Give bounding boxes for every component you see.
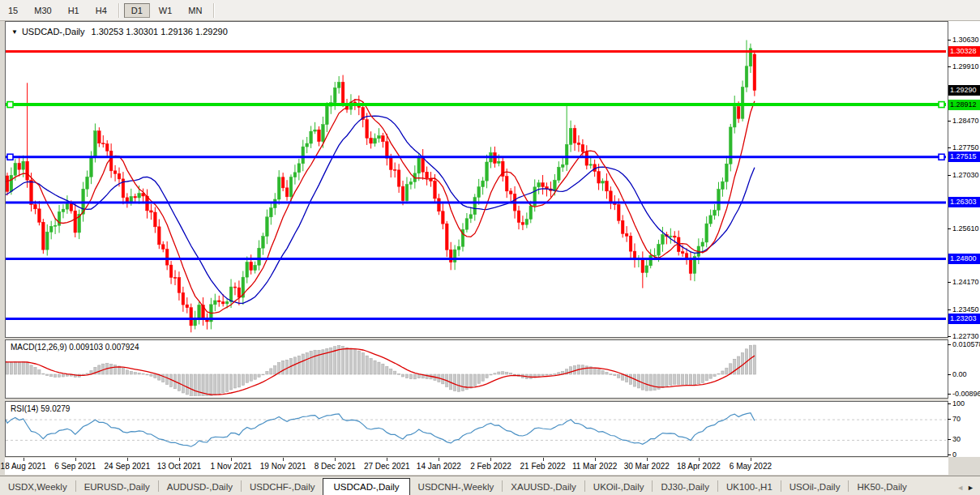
main-chart-panel[interactable]: ▼USDCAD-,Daily1.30253 1.30301 1.29136 1.…: [5, 21, 948, 338]
price-level-label: 1.28912: [948, 100, 980, 110]
price-tick: 1.24170: [952, 278, 979, 286]
price-level-label: 1.26303: [948, 197, 980, 207]
toolbar-separator: [118, 3, 120, 18]
chart-symbol-label: USDCAD-,Daily: [22, 27, 85, 36]
price-tick: 1.28470: [952, 117, 979, 125]
macd-axis-tick: 0.00: [952, 370, 967, 378]
tab-eurusd-daily[interactable]: EURUSD-,Daily: [76, 479, 158, 495]
macd-axis-tick: -0.00896: [952, 390, 980, 398]
chart-title: ▼USDCAD-,Daily1.30253 1.30301 1.29136 1.…: [11, 27, 228, 36]
timeframe-button-M30[interactable]: M30: [27, 3, 58, 18]
hline-handle[interactable]: [7, 154, 13, 160]
date-label: 6 May 2022: [714, 462, 787, 471]
date-tick: [335, 458, 336, 461]
date-tick: [490, 458, 491, 461]
timeframe-button-MN[interactable]: MN: [181, 3, 209, 18]
hline-handle[interactable]: [939, 102, 944, 108]
timeframe-button-D1[interactable]: D1: [124, 3, 150, 18]
tab-scroll-arrows: ◄►: [956, 484, 978, 492]
macd-panel[interactable]: MACD(12,26,9) 0.009103 0.007924: [5, 339, 948, 399]
price-level-label: 1.30328: [948, 46, 980, 57]
date-tick: [283, 458, 284, 461]
timeframe-button-H1[interactable]: H1: [61, 3, 87, 18]
price-level-label: 1.24800: [948, 254, 980, 264]
hline-handle[interactable]: [7, 102, 13, 108]
price-tick: 1.29910: [952, 62, 979, 70]
chart-ohlc-values: 1.30253 1.30301 1.29136 1.29290: [92, 27, 228, 36]
price-tick: 1.27030: [952, 171, 979, 179]
candlestick-chart[interactable]: [6, 22, 946, 335]
date-tick: [439, 458, 439, 461]
rsi-axis-tick: 100: [952, 399, 965, 408]
price-tick: 1.23450: [952, 305, 979, 314]
date-tick: [387, 458, 387, 461]
price-tick: 1.27750: [952, 143, 979, 151]
ma-slow-line: [6, 116, 755, 303]
chart-tab-bar: USDX,WeeklyEURUSD-,DailyAUDUSD-,DailyUSD…: [0, 476, 980, 495]
tab-usdx-weekly[interactable]: USDX,Weekly: [0, 479, 75, 495]
tab-usdchf-daily[interactable]: USDCHF-,Daily: [242, 479, 323, 495]
date-tick: [231, 458, 232, 461]
tab-scroll-left-icon[interactable]: ◄: [956, 484, 967, 492]
tab-scroll-right-icon[interactable]: ►: [967, 484, 978, 492]
price-level-label: 1.29290: [948, 85, 980, 96]
date-tick: [751, 458, 751, 461]
rsi-label: RSI(14) 59.0279: [11, 404, 70, 413]
timeframe-button-H4[interactable]: H4: [88, 3, 114, 18]
date-tick: [75, 458, 76, 461]
date-tick: [647, 458, 648, 461]
rsi-axis-tick: 0: [952, 450, 956, 459]
hline-handle[interactable]: [939, 154, 944, 160]
tab-ukoil-daily[interactable]: UKOil-,Daily: [585, 479, 653, 495]
tab-usdcad-daily[interactable]: USDCAD-,Daily: [323, 478, 409, 495]
toolbar-separator: [213, 3, 215, 18]
timeframe-toolbar: 15M30H1H4D1W1MN: [0, 0, 980, 21]
tab-xauusd-daily[interactable]: XAUUSD-,Daily: [503, 479, 584, 495]
rsi-axis-tick: 30: [952, 435, 961, 443]
tab-audusd-daily[interactable]: AUDUSD-,Daily: [159, 479, 241, 495]
date-tick: [543, 458, 544, 461]
macd-axis-tick: 0.010578: [952, 340, 980, 348]
rsi-line: [6, 412, 755, 446]
rsi-panel[interactable]: RSI(14) 59.0279: [5, 401, 948, 457]
tab-usoil-daily[interactable]: USOil-,Daily: [781, 479, 849, 495]
tab-dj30-daily[interactable]: DJ30-,Daily: [653, 479, 717, 495]
chart-collapse-icon[interactable]: ▼: [11, 28, 18, 36]
price-tick: 1.30630: [952, 36, 979, 44]
price-axis[interactable]: 1.306301.299101.284701.277501.270301.256…: [948, 21, 980, 457]
ma-fast-line: [6, 100, 755, 314]
date-tick: [127, 458, 128, 461]
price-tick: 1.25610: [952, 224, 979, 233]
timeframe-button-W1[interactable]: W1: [152, 3, 180, 18]
macd-label: MACD(12,26,9) 0.009103 0.007924: [11, 343, 139, 352]
macd-histogram: [6, 345, 755, 396]
tab-hk50-daily[interactable]: HK50-,Daily: [849, 479, 914, 495]
price-level-label: 1.27515: [948, 151, 980, 162]
date-tick: [699, 458, 700, 461]
date-tick: [24, 458, 24, 461]
macd-chart[interactable]: [6, 340, 946, 396]
rsi-axis-tick: 70: [952, 415, 961, 423]
date-tick: [179, 458, 180, 461]
timeframe-button-15[interactable]: 15: [1, 3, 25, 18]
rsi-chart[interactable]: [6, 402, 946, 454]
date-tick: [595, 458, 596, 461]
price-level-label: 1.23203: [948, 314, 980, 324]
candles: [6, 41, 756, 333]
tab-usdcnh-weekly[interactable]: USDCNH-,Weekly: [410, 479, 503, 495]
price-tick: 1.22730: [952, 332, 979, 340]
tab-uk100-h1[interactable]: UK100-,H1: [718, 479, 781, 495]
time-axis[interactable]: 18 Aug 20216 Sep 202124 Sep 202113 Oct 2…: [5, 458, 948, 475]
